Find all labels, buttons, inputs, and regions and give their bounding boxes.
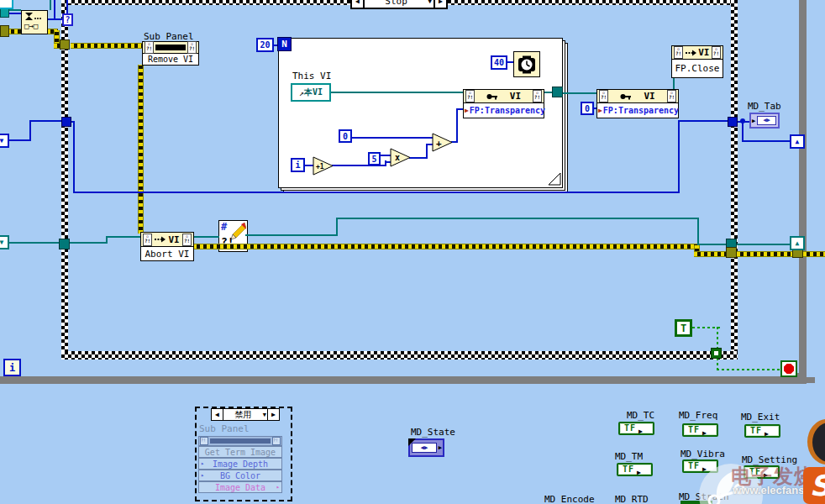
while-loop-bottom-border[interactable] <box>0 376 807 384</box>
wire-segment <box>737 251 794 257</box>
wire-segment <box>330 92 464 93</box>
wire-segment <box>336 218 338 236</box>
error-in-icon <box>674 46 683 59</box>
tab-glyph-icon <box>757 116 776 125</box>
this-vi-refnum[interactable]: ↗ 本VI <box>291 83 331 102</box>
boolean-terminal-md-tc[interactable]: TF <box>618 422 654 435</box>
invoke-node-header: VI <box>671 45 723 60</box>
boolean-terminal-md-exit[interactable]: TF <box>744 424 780 438</box>
disable-next-arrow-icon[interactable]: ▶ <box>267 409 279 420</box>
tunnel-error-right[interactable] <box>726 247 737 258</box>
case-structure-left-border[interactable] <box>61 0 68 360</box>
increment-function[interactable]: +1 <box>313 156 334 176</box>
arrow-icon: ▶ <box>439 444 442 451</box>
wait-ms-constant[interactable]: 40 <box>491 55 507 70</box>
disabled-row-get-term-image[interactable]: Get Term Image <box>198 446 282 458</box>
md-rtd-label: MD_RTD <box>615 494 649 504</box>
property-node-fp-transparency-1[interactable]: VI ▶ FP:Transparency <box>463 89 544 118</box>
count-constant[interactable]: 20 <box>256 38 274 52</box>
true-constant[interactable]: T <box>675 319 692 337</box>
tunnel-teal-left[interactable] <box>59 239 70 249</box>
remove-vi-method[interactable]: Remove VI <box>142 54 199 66</box>
error-terminal-fragment[interactable] <box>0 25 9 37</box>
wire-junction <box>740 118 745 123</box>
occurrence-node[interactable]: □→□ <box>21 10 48 34</box>
wire-segment <box>7 242 108 244</box>
remove-vi-invoke-node[interactable]: Remove VI <box>142 41 199 66</box>
property-node-fp-transparency-2[interactable]: VI ▶ FP:Transparency <box>596 89 679 118</box>
arrow-icon <box>634 462 641 478</box>
disabled-subpanel-label: Sub Panel <box>199 423 250 434</box>
wire-segment <box>351 137 435 139</box>
error-in-icon: ?! <box>200 437 208 445</box>
shift-register-right-blue[interactable]: ▲ <box>790 134 805 149</box>
shift-register-right-teal[interactable]: ▲ <box>790 236 805 250</box>
loop-condition-terminal[interactable] <box>780 360 797 377</box>
property-row[interactable]: ▶ FP:Transparency <box>463 103 544 118</box>
md-freq-label: MD_Freq <box>679 410 717 421</box>
transparency-value-constant[interactable]: 0 <box>581 102 594 115</box>
abort-vi-invoke-node[interactable]: VI Abort VI <box>140 232 194 261</box>
case-dropdown-icon[interactable]: ▼ <box>428 0 432 5</box>
md-tc-label: MD_TC <box>627 410 654 421</box>
case-next-arrow-icon[interactable]: ▶ <box>434 0 446 8</box>
disable-prev-arrow-icon[interactable]: ◀ <box>212 409 223 420</box>
multiplier-constant[interactable]: 5 <box>368 152 381 165</box>
disable-selector-text[interactable]: 禁用 <box>223 409 263 421</box>
wire-segment <box>193 236 219 238</box>
wire-segment <box>29 120 31 141</box>
tunnel-blue-left[interactable] <box>61 117 71 127</box>
svg-text:+1: +1 <box>316 163 324 171</box>
wire-segment <box>245 234 338 236</box>
disabled-row-image-depth[interactable]: Image Depth <box>198 458 282 470</box>
error-out-icon <box>533 90 542 102</box>
wait-ms-function[interactable] <box>513 51 540 77</box>
while-iteration-terminal[interactable]: i <box>3 359 21 376</box>
boolean-terminal-md-freq[interactable]: TF <box>682 423 718 437</box>
error-in-icon <box>599 90 608 102</box>
watermark-dark-circle <box>807 419 825 465</box>
error-out-icon <box>187 41 197 54</box>
shift-register-left-blue[interactable]: ▼ <box>0 134 9 148</box>
wire-segment <box>697 218 699 245</box>
dark-circle-inner <box>812 423 825 462</box>
local-variable-fold-icon <box>408 438 416 446</box>
case-selector-terminal[interactable]: ? <box>62 13 73 26</box>
tunnel-blue-right[interactable] <box>728 117 738 127</box>
tunnel-teal-forloop[interactable] <box>552 87 563 97</box>
multiply-function[interactable]: x <box>390 148 412 168</box>
error-out-icon <box>712 46 721 59</box>
boolean-terminal-md-tm[interactable]: TF <box>617 463 653 476</box>
tunnel-error-left[interactable] <box>60 39 70 50</box>
property-row[interactable]: ▶ FP:Transparency <box>596 103 679 118</box>
node-title: VI <box>510 91 521 102</box>
disable-dropdown-icon[interactable]: ▼ <box>263 412 266 418</box>
wire-segment <box>138 65 144 234</box>
add-base-constant[interactable]: 0 <box>339 129 352 143</box>
wire-segment <box>193 244 697 249</box>
case-selector-label[interactable]: ◀ "Stop" ▼ ▶ <box>350 0 448 9</box>
wire-segment <box>803 251 825 257</box>
tunnel-center <box>714 351 718 355</box>
while-loop-right-border[interactable] <box>799 0 807 384</box>
loop-count-terminal[interactable]: N <box>277 37 292 51</box>
case-prev-arrow-icon[interactable]: ◀ <box>352 0 365 8</box>
fp-close-method[interactable]: FP.Close <box>671 60 723 78</box>
shift-register-left-teal[interactable]: ▼ <box>0 235 9 249</box>
abort-vi-method[interactable]: Abort VI <box>140 247 194 261</box>
error-out-icon: ?! <box>272 437 281 445</box>
case-structure-bottom-border[interactable] <box>61 351 738 360</box>
subpanel-refnum-icon <box>155 45 186 50</box>
disabled-row-bg-color[interactable]: BG Color <box>198 470 282 481</box>
add-function[interactable]: + <box>432 133 454 153</box>
fp-close-invoke-node[interactable]: VI FP.Close <box>671 45 723 78</box>
disabled-row-image-data[interactable]: Image Data <box>198 481 282 493</box>
disable-structure-selector[interactable]: ◀ 禁用 ▼ ▶ <box>211 408 280 421</box>
wire-segment <box>8 29 22 34</box>
tunnel-boolean[interactable] <box>711 348 722 359</box>
invoke-arrow-icon <box>686 50 696 56</box>
for-iteration-terminal[interactable]: i <box>291 158 305 172</box>
case-selector-text[interactable]: "Stop" <box>365 0 428 7</box>
md-tab-terminal[interactable]: ▶ <box>749 113 780 129</box>
case-structure-right-border[interactable] <box>731 0 738 360</box>
